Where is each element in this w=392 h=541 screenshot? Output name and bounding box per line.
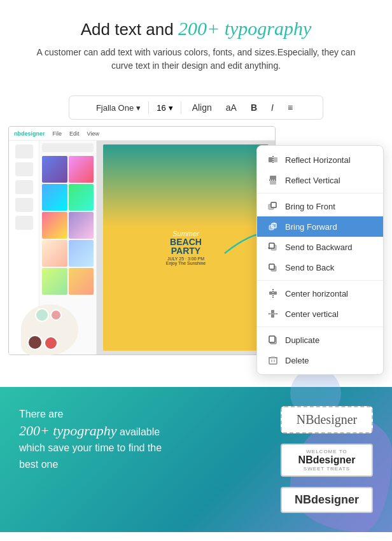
font-chevron-icon: ▾ bbox=[136, 103, 141, 113]
template-item[interactable] bbox=[69, 240, 94, 267]
menu-bring-forward[interactable]: Bring Forward bbox=[257, 216, 383, 237]
sidebar-icon-1 bbox=[15, 144, 33, 158]
case-button[interactable]: aA bbox=[223, 101, 240, 114]
page-title: Add text and 200+ typography bbox=[25, 18, 367, 39]
color-palette bbox=[21, 304, 85, 368]
badge-fancy-box: WELCOME TO NBdesigner SWEET TREATS bbox=[281, 444, 373, 477]
template-item[interactable] bbox=[42, 212, 67, 239]
bottom-line1: There are bbox=[19, 406, 262, 423]
menu-delete[interactable]: Delete bbox=[257, 350, 383, 370]
bottom-line3: which save your time to find the bbox=[19, 440, 262, 456]
palette-base bbox=[21, 304, 78, 355]
svg-rect-4 bbox=[270, 181, 276, 185]
badge-cursive: NBdesigner bbox=[281, 406, 373, 433]
svg-rect-13 bbox=[269, 264, 274, 269]
app-menu-file: File bbox=[53, 130, 62, 137]
toolbar-divider-2 bbox=[181, 101, 181, 114]
svg-rect-11 bbox=[269, 243, 274, 248]
menu-bring-front[interactable]: Bring to Front bbox=[257, 196, 383, 216]
toolbar: Fjalla One ▾ 16 ▾ Align aA B I ≡ bbox=[69, 95, 323, 120]
app-logo: nbdesigner bbox=[14, 130, 45, 137]
svg-rect-0 bbox=[269, 157, 272, 162]
beach-date-text: JULY 25 · 3:00 PMEnjoy The Sunshine bbox=[166, 256, 206, 265]
header-section: Add text and 200+ typography A customer … bbox=[0, 0, 392, 83]
sidebar-icon-2 bbox=[15, 162, 33, 176]
template-grid bbox=[42, 156, 94, 295]
toolbar-divider-1 bbox=[148, 101, 149, 114]
app-menu-view: View bbox=[87, 130, 99, 137]
template-item[interactable] bbox=[69, 212, 94, 239]
badge-top-text: WELCOME TO bbox=[293, 449, 360, 454]
send-backward-icon bbox=[267, 241, 279, 253]
bring-forward-icon bbox=[267, 221, 279, 232]
app-menu-edit: Edit bbox=[69, 130, 80, 137]
font-size-label: 16 bbox=[157, 103, 165, 113]
menu-divider-3 bbox=[257, 327, 383, 327]
menu-item-label: Send to Backward bbox=[285, 242, 353, 252]
beach-main-text: BEACHPARTY bbox=[166, 237, 206, 255]
svg-rect-16 bbox=[274, 292, 277, 295]
palette-dot-pink bbox=[50, 309, 62, 321]
bottom-badges: NBdesigner WELCOME TO NBdesigner SWEET T… bbox=[281, 406, 373, 513]
menu-item-label: Delete bbox=[285, 356, 309, 365]
menu-center-vertical[interactable]: Center vertical bbox=[257, 304, 383, 324]
template-item[interactable] bbox=[42, 184, 67, 211]
italic-button[interactable]: I bbox=[268, 101, 277, 114]
bottom-line4: best one bbox=[19, 456, 262, 473]
menu-duplicate[interactable]: Duplicate bbox=[257, 330, 383, 350]
badge-sub-text: SWEET TREATS bbox=[293, 466, 360, 472]
svg-rect-18 bbox=[271, 310, 274, 313]
align-button[interactable]: Align bbox=[189, 101, 215, 114]
template-item[interactable] bbox=[42, 240, 67, 267]
font-size-selector[interactable]: 16 ▾ bbox=[157, 103, 172, 113]
template-item[interactable] bbox=[42, 156, 67, 183]
sidebar-icon-3 bbox=[15, 180, 33, 194]
menu-divider-1 bbox=[257, 193, 383, 193]
palette-dot-green bbox=[35, 308, 49, 322]
menu-item-label: Bring Forward bbox=[285, 222, 337, 232]
center-v-icon bbox=[267, 308, 279, 320]
sidebar-icon-4 bbox=[15, 198, 33, 212]
menu-item-label: Center vertical bbox=[285, 309, 339, 319]
badge-simple: NBdesigner bbox=[281, 487, 373, 513]
template-item[interactable] bbox=[42, 268, 67, 295]
menu-item-label: Center horizontal bbox=[285, 289, 348, 299]
menu-reflect-horizontal[interactable]: Reflect Horizontal bbox=[257, 150, 383, 170]
svg-rect-3 bbox=[270, 176, 276, 179]
beach-poster-text: Summer BEACHPARTY JULY 25 · 3:00 PMEnjoy… bbox=[166, 230, 206, 265]
context-menu: Reflect Horizontal Reflect Vertical Brin… bbox=[256, 145, 384, 375]
bottom-text-block: There are 200+ typography available whic… bbox=[19, 406, 262, 472]
sidebar-icon-5 bbox=[15, 216, 33, 230]
bold-button[interactable]: B bbox=[248, 101, 260, 114]
template-item[interactable] bbox=[69, 156, 94, 183]
palette-dot-dark bbox=[27, 335, 43, 350]
title-cursive: 200+ typography bbox=[178, 18, 311, 39]
bottom-section: There are 200+ typography available whic… bbox=[0, 387, 392, 532]
menu-reflect-vertical[interactable]: Reflect Vertical bbox=[257, 170, 383, 190]
send-back-icon bbox=[267, 262, 279, 273]
font-name-label: Fjalla One bbox=[96, 103, 134, 113]
menu-send-back[interactable]: Send to Back bbox=[257, 257, 383, 278]
badge-main-text: NBdesigner bbox=[293, 454, 360, 466]
spacing-button[interactable]: ≡ bbox=[284, 101, 296, 114]
template-item[interactable] bbox=[69, 268, 94, 295]
font-selector[interactable]: Fjalla One ▾ bbox=[96, 103, 141, 113]
template-search bbox=[42, 143, 94, 152]
menu-divider-2 bbox=[257, 280, 383, 281]
svg-rect-1 bbox=[274, 157, 277, 162]
size-chevron-icon: ▾ bbox=[169, 103, 173, 113]
svg-rect-21 bbox=[269, 336, 275, 342]
menu-item-label: Reflect Vertical bbox=[285, 176, 340, 185]
svg-rect-22 bbox=[269, 358, 277, 364]
svg-rect-15 bbox=[269, 292, 272, 295]
bottom-cursive-line: 200+ typography available bbox=[19, 423, 262, 440]
menu-send-backward[interactable]: Send to Backward bbox=[257, 237, 383, 257]
bottom-cursive-text: 200+ typography bbox=[19, 423, 117, 439]
svg-rect-7 bbox=[271, 202, 276, 207]
reflect-v-icon bbox=[267, 174, 279, 186]
template-item[interactable] bbox=[69, 184, 94, 211]
bring-front-icon bbox=[267, 200, 279, 212]
delete-icon bbox=[267, 355, 279, 366]
menu-center-horizontal[interactable]: Center horizontal bbox=[257, 283, 383, 304]
menu-item-label: Send to Back bbox=[285, 263, 334, 272]
